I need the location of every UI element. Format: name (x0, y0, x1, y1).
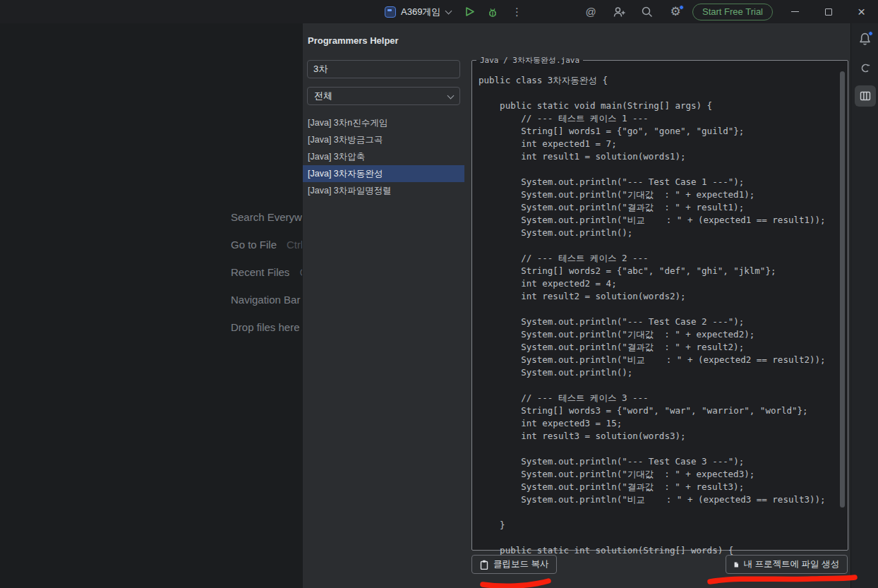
right-tool-strip (850, 23, 878, 588)
programmers-helper-tool-window-button[interactable] (851, 85, 878, 107)
close-button[interactable]: × (845, 0, 878, 23)
chevron-down-icon (447, 92, 455, 99)
create-file-button[interactable]: 내 프로젝트에 파일 생성 (726, 555, 848, 574)
hint-label: Navigation Bar (231, 294, 300, 306)
project-name[interactable]: A369게임 (401, 6, 440, 18)
tool-button-secondary[interactable] (851, 61, 878, 75)
ide-window: A369게임 ⋮ (0, 0, 878, 588)
results-list: [Java] 3차n진수게임 [Java] 3차방금그곡 [Java] 3차압축… (303, 114, 464, 199)
search-icon (640, 5, 654, 19)
titlebar: A369게임 ⋮ (0, 0, 878, 23)
list-item-selected[interactable]: [Java] 3차자동완성 (303, 165, 464, 182)
dropdown-value: 전체 (314, 90, 332, 102)
file-icon (734, 560, 739, 570)
notifications-button[interactable] (851, 32, 878, 47)
list-item[interactable]: [Java] 3차파일명정렬 (303, 182, 464, 199)
panel-layout-icon (859, 90, 872, 102)
code-preview-legend: Java / 3차자동완성.java (476, 55, 583, 66)
debug-button[interactable] (483, 3, 502, 21)
clipboard-icon (480, 560, 488, 570)
active-tool-button-background (855, 85, 876, 107)
category-dropdown[interactable]: 전체 (307, 87, 460, 105)
close-icon: × (858, 5, 865, 18)
more-icon: ⋮ (512, 6, 522, 18)
panel-title: Programmers Helper (308, 35, 399, 46)
project-widget[interactable]: A369게임 (385, 6, 451, 18)
settings-update-dot (679, 5, 684, 10)
button-label: 내 프로젝트에 파일 생성 (744, 558, 839, 570)
settings-button[interactable]: ⚙ (661, 0, 690, 23)
notification-dot (868, 31, 873, 36)
at-icon: @ (585, 6, 596, 18)
run-button[interactable] (459, 3, 478, 21)
programmers-helper-panel: Programmers Helper 전체 [Java] 3차n진수게임 [Ja… (302, 23, 850, 588)
start-free-trial-button[interactable]: Start Free Trial (692, 4, 773, 20)
project-icon (385, 6, 396, 18)
maximize-button[interactable] (812, 0, 845, 23)
search-input[interactable] (307, 60, 460, 78)
maximize-icon (825, 8, 832, 16)
bug-icon (486, 6, 499, 18)
hint-label: Recent Files (231, 266, 289, 278)
more-actions-button[interactable]: ⋮ (507, 3, 526, 21)
list-item[interactable]: [Java] 3차압축 (303, 148, 464, 165)
run-icon (462, 5, 476, 18)
search-everywhere-button[interactable] (633, 0, 661, 23)
code-scrollbar[interactable] (840, 71, 845, 508)
code-with-me-button[interactable] (605, 0, 633, 23)
chevron-down-icon (445, 7, 452, 14)
add-user-icon (612, 5, 626, 19)
list-item[interactable]: [Java] 3차n진수게임 (303, 114, 464, 131)
minimize-icon (791, 11, 799, 13)
hint-label: Go to File (231, 239, 277, 251)
button-label: 클립보드 복사 (493, 558, 548, 570)
code-preview-text: public class 3차자동완성 { public static void… (479, 74, 826, 557)
copy-to-clipboard-button[interactable]: 클립보드 복사 (471, 555, 557, 574)
mentions-button[interactable]: @ (577, 0, 605, 23)
code-preview-box: Java / 3차자동완성.java public class 3차자동완성 {… (471, 55, 848, 551)
minimize-button[interactable] (778, 0, 812, 23)
hook-icon (858, 61, 872, 75)
list-item[interactable]: [Java] 3차방금그곡 (303, 131, 464, 148)
